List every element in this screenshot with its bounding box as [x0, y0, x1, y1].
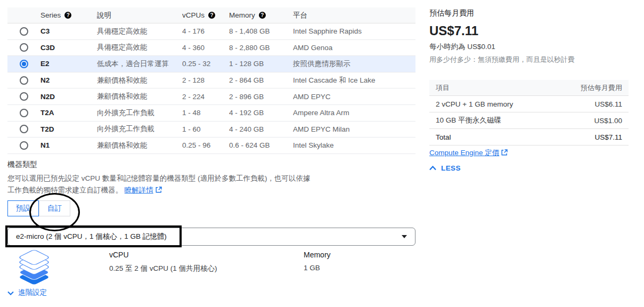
- series-memory: 8 - 2,880 GB: [229, 44, 293, 52]
- hourly-price-note: 每小時約為 US$0.01: [429, 42, 495, 52]
- radio-button[interactable]: [20, 27, 28, 36]
- cost-row-disk: 10 GB 平衡永久磁碟 US$1.00: [429, 112, 629, 129]
- advanced-settings-label: 進階設定: [18, 288, 47, 297]
- series-memory: 0.6 - 624 GB: [229, 141, 293, 149]
- billing-note: 用多少付多少：無須預繳費用，而且是以秒計費: [429, 55, 575, 64]
- tab-preset[interactable]: 預設: [7, 200, 39, 216]
- radio-button[interactable]: [20, 92, 28, 101]
- machine-type-dropdown[interactable]: e2-micro (2 個 vCPU，1 個核心，1 GB 記憶體): [7, 228, 415, 246]
- series-vcpus: 0.25 - 32: [182, 60, 229, 68]
- series-platform: Intel Cascade 和 Ice Lake: [293, 76, 415, 85]
- platform-column-header: 平台: [293, 11, 415, 20]
- series-column-header: Series ?: [40, 11, 97, 19]
- tab-custom[interactable]: 自訂: [39, 200, 70, 216]
- series-vcpus: 4 - 176: [182, 27, 229, 35]
- radio-button[interactable]: [20, 109, 28, 117]
- description-header-label: 說明: [97, 11, 111, 20]
- description-line-1: 您可以選用已預先設定 vCPU 數量和記憶體容量的機器類型 (適用於多數工作負載…: [7, 173, 327, 184]
- series-platform: AMD EPYC: [293, 93, 415, 101]
- external-link-icon: [501, 149, 508, 157]
- advanced-settings-toggle[interactable]: 進階設定: [7, 288, 47, 297]
- series-platform: AMD Genoa: [293, 44, 415, 52]
- series-memory: 2 - 864 GB: [229, 76, 293, 84]
- series-memory: 4 - 240 GB: [229, 125, 293, 133]
- series-name: N2D: [40, 93, 97, 101]
- vcpus-header-label: vCPUs: [182, 11, 205, 19]
- radio-button-selected[interactable]: [20, 60, 28, 68]
- machine-configuration-page: Series ? 說明 vCPUs ? Memory ? 平台 C3 具備穩定高…: [0, 0, 644, 307]
- table-row-e2[interactable]: E2 低成本，適合日常運算 0.25 - 32 1 - 128 GB 按照供應情…: [7, 56, 415, 72]
- cost-item-label: 2 vCPU + 1 GB memory: [436, 100, 513, 108]
- compute-engine-pricing-link[interactable]: Compute Engine 定價: [429, 148, 508, 158]
- series-memory: 4 - 192 GB: [229, 109, 293, 117]
- help-icon[interactable]: ?: [259, 12, 266, 19]
- vcpu-spec-label: vCPU: [109, 251, 217, 259]
- series-header-label: Series: [40, 11, 61, 19]
- cost-row-compute: 2 vCPU + 1 GB memory US$6.11: [429, 96, 629, 112]
- series-memory: 8 - 1,408 GB: [229, 27, 293, 35]
- cost-value-column-header: 預估每月費用: [581, 83, 622, 93]
- series-platform: Intel Skylake: [293, 141, 415, 149]
- radio-button[interactable]: [20, 43, 28, 52]
- series-memory: 1 - 128 GB: [229, 60, 293, 68]
- radio-button[interactable]: [20, 125, 28, 133]
- total-label: Total: [436, 133, 451, 141]
- series-platform: 按照供應情形顯示: [293, 59, 415, 69]
- help-icon[interactable]: ?: [64, 12, 71, 19]
- series-name: T2A: [40, 109, 97, 117]
- machine-layers-icon: [16, 249, 52, 288]
- learn-more-link[interactable]: 瞭解詳情: [125, 186, 153, 194]
- cost-panel-title: 預估每月費用: [429, 9, 474, 18]
- series-name: T2D: [40, 125, 97, 133]
- table-row-t2d[interactable]: T2D 向外擴充工作負載 1 - 60 4 - 240 GB AMD EPYC …: [7, 122, 415, 138]
- machine-type-dropdown-value: e2-micro (2 個 vCPU，1 個核心，1 GB 記憶體): [16, 232, 167, 241]
- series-vcpus: 1 - 60: [182, 125, 229, 133]
- table-row-n2d[interactable]: N2D 兼顧價格和效能 2 - 224 2 - 896 GB AMD EPYC: [7, 88, 415, 105]
- description-column-header: 說明: [97, 11, 182, 20]
- series-desc: 向外擴充工作負載: [97, 124, 182, 134]
- series-desc: 兼顧價格和效能: [97, 92, 182, 101]
- machine-type-tabs: 預設 自訂: [7, 200, 70, 216]
- series-name: C3D: [40, 44, 97, 52]
- chevron-down-icon: [7, 289, 14, 297]
- memory-header-label: Memory: [229, 11, 255, 19]
- table-row-t2a[interactable]: T2A 向外擴充工作負載 1 - 48 4 - 192 GB Ampere Al…: [7, 105, 415, 122]
- table-row-n1[interactable]: N1 兼顧價格和效能 0.25 - 96 0.6 - 624 GB Intel …: [7, 138, 415, 154]
- monthly-price: US$7.11: [429, 23, 478, 38]
- help-icon[interactable]: ?: [208, 12, 215, 19]
- series-vcpus: 2 - 128: [182, 76, 229, 84]
- series-desc: 兼顧價格和效能: [97, 76, 182, 85]
- memory-spec-value: 1 GB: [304, 264, 331, 272]
- external-link-icon: [156, 185, 162, 197]
- series-platform: AMD EPYC Milan: [293, 125, 415, 133]
- memory-column-header: Memory ?: [229, 11, 293, 19]
- table-row-n2[interactable]: N2 兼顧價格和效能 2 - 128 2 - 864 GB Intel Casc…: [7, 72, 415, 89]
- table-row-c3d[interactable]: C3D 具備穩定高效能 4 - 360 8 - 2,880 GB AMD Gen…: [7, 40, 415, 56]
- table-row-c3[interactable]: C3 具備穩定高效能 4 - 176 8 - 1,408 GB Intel Sa…: [7, 23, 415, 40]
- cost-item-label: 10 GB 平衡永久磁碟: [436, 116, 501, 125]
- series-name: C3: [40, 27, 97, 35]
- series-name: E2: [40, 60, 97, 68]
- series-memory: 2 - 896 GB: [229, 93, 293, 101]
- series-desc: 具備穩定高效能: [97, 27, 182, 36]
- cost-row-total: Total US$7.11: [429, 129, 629, 146]
- series-table-header: Series ? 說明 vCPUs ? Memory ? 平台: [7, 7, 415, 23]
- radio-button[interactable]: [20, 76, 28, 85]
- series-desc: 具備穩定高效能: [97, 43, 182, 52]
- radio-button[interactable]: [20, 141, 28, 150]
- platform-header-label: 平台: [293, 11, 307, 20]
- description-line-2: 工作負載的獨特需求建立自訂機器。 瞭解詳情: [7, 184, 327, 197]
- series-vcpus: 1 - 48: [182, 109, 229, 117]
- series-desc: 向外擴充工作負載: [97, 108, 182, 118]
- vcpus-column-header: vCPUs ?: [182, 11, 229, 19]
- total-value: US$7.11: [594, 133, 622, 141]
- series-vcpus: 2 - 224: [182, 93, 229, 101]
- cost-breakdown-table: 項目 預估每月費用 2 vCPU + 1 GB memory US$6.11 1…: [429, 80, 629, 146]
- cost-table-header: 項目 預估每月費用: [429, 80, 629, 96]
- memory-spec: Memory 1 GB: [304, 251, 331, 272]
- series-platform: Ampere Altra Arm: [293, 109, 415, 117]
- cost-item-column-header: 項目: [436, 83, 450, 93]
- memory-spec-label: Memory: [304, 251, 331, 259]
- collapse-less-button[interactable]: LESS: [429, 164, 461, 172]
- machine-series-table: Series ? 說明 vCPUs ? Memory ? 平台 C3 具備穩定高…: [7, 7, 415, 154]
